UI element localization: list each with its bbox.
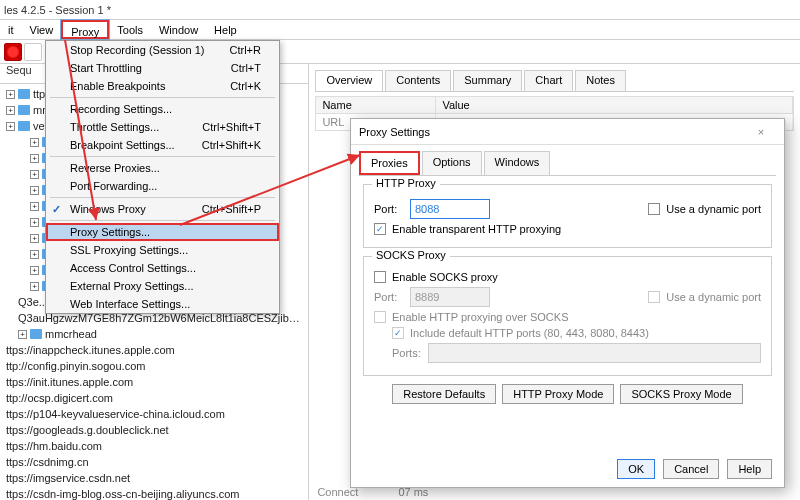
proxy-menu-dropdown[interactable]: Stop Recording (Session 1)Ctrl+RStart Th…	[45, 40, 280, 314]
overview-tab[interactable]: Chart	[524, 70, 573, 91]
menu-item[interactable]: Recording Settings...	[46, 100, 279, 118]
socks-legend: SOCKS Proxy	[372, 249, 450, 261]
tree-url[interactable]: ttps://p104-keyvalueservice-china.icloud…	[2, 406, 306, 422]
tab-sequence[interactable]: Sequ	[6, 64, 32, 76]
socks-port-input	[410, 287, 490, 307]
close-icon[interactable]: ×	[746, 126, 776, 138]
tree-url[interactable]: ttps://csdn-img-blog.oss-cn-beijing.aliy…	[2, 486, 306, 500]
socks-dynamic-checkbox	[648, 291, 660, 303]
menu-item[interactable]: Enable BreakpointsCtrl+K	[46, 77, 279, 95]
http-proxy-legend: HTTP Proxy	[372, 177, 440, 189]
socks-enable-label: Enable SOCKS proxy	[392, 271, 498, 283]
menu-item[interactable]: Port Forwarding...	[46, 177, 279, 195]
menu-item[interactable]: Start ThrottlingCtrl+T	[46, 59, 279, 77]
mode-button[interactable]: Restore Defaults	[392, 384, 496, 404]
menu-item[interactable]: Web Interface Settings...	[46, 295, 279, 313]
toolbar-button[interactable]	[24, 43, 42, 61]
socks-proxy-group: SOCKS Proxy Enable SOCKS proxy Port: Use…	[363, 256, 772, 376]
http-dynamic-checkbox[interactable]	[648, 203, 660, 215]
socks-dynamic-label: Use a dynamic port	[666, 291, 761, 303]
menu-item[interactable]: Reverse Proxies...	[46, 159, 279, 177]
http-proxy-group: HTTP Proxy Port: Use a dynamic port Enab…	[363, 184, 772, 248]
http-transparent-label: Enable transparent HTTP proxying	[392, 223, 561, 235]
socks-http-over-label: Enable HTTP proxying over SOCKS	[392, 311, 568, 323]
socks-include-checkbox	[392, 327, 404, 339]
tree-url[interactable]: ttp://ocsp.digicert.com	[2, 390, 306, 406]
mode-button[interactable]: HTTP Proxy Mode	[502, 384, 614, 404]
dialog-button-help[interactable]: Help	[727, 459, 772, 479]
record-button[interactable]	[4, 43, 22, 61]
socks-ports-input	[428, 343, 761, 363]
socks-include-label: Include default HTTP ports (80, 443, 808…	[410, 327, 649, 339]
dialog-footer: OKCancelHelp	[617, 459, 772, 479]
http-dynamic-label: Use a dynamic port	[666, 203, 761, 215]
overview-tab[interactable]: Notes	[575, 70, 626, 91]
http-port-label: Port:	[374, 203, 404, 215]
tree-url[interactable]: ttp://config.pinyin.sogou.com	[2, 358, 306, 374]
menu-item[interactable]: Breakpoint Settings...Ctrl+Shift+K	[46, 136, 279, 154]
socks-http-over-checkbox	[374, 311, 386, 323]
menu-window[interactable]: Window	[151, 20, 206, 39]
overview-tab[interactable]: Overview	[315, 70, 383, 91]
menu-it[interactable]: it	[0, 20, 22, 39]
mode-buttons: Restore DefaultsHTTP Proxy ModeSOCKS Pro…	[363, 384, 772, 404]
tree-url[interactable]: ttps://csdnimg.cn	[2, 454, 306, 470]
dialog-tab[interactable]: Windows	[484, 151, 551, 175]
http-transparent-checkbox[interactable]	[374, 223, 386, 235]
dialog-button-cancel[interactable]: Cancel	[663, 459, 719, 479]
col-name: Name	[316, 97, 436, 113]
socks-ports-label: Ports:	[392, 347, 422, 359]
menu-item[interactable]: Access Control Settings...	[46, 259, 279, 277]
menu-item[interactable]: SSL Proxying Settings...	[46, 241, 279, 259]
menubar: it View Proxy Tools Window Help	[0, 20, 800, 40]
tree-url[interactable]: ttps://hm.baidu.com	[2, 438, 306, 454]
dialog-title: Proxy Settings	[359, 126, 430, 138]
menu-item[interactable]: ✓Windows ProxyCtrl+Shift+P	[46, 200, 279, 218]
socks-port-label: Port:	[374, 291, 404, 303]
dialog-tabs: ProxiesOptionsWindows	[359, 151, 776, 176]
overview-tab[interactable]: Summary	[453, 70, 522, 91]
http-port-input[interactable]	[410, 199, 490, 219]
socks-enable-checkbox[interactable]	[374, 271, 386, 283]
dialog-tab[interactable]: Options	[422, 151, 482, 175]
menu-view[interactable]: View	[22, 20, 62, 39]
menu-tools[interactable]: Tools	[109, 20, 151, 39]
tree-url[interactable]: ttps://inappcheck.itunes.apple.com	[2, 342, 306, 358]
proxy-settings-dialog: Proxy Settings × ProxiesOptionsWindows H…	[350, 118, 785, 488]
menu-item[interactable]: External Proxy Settings...	[46, 277, 279, 295]
tree-url[interactable]: ttps://googleads.g.doubleclick.net	[2, 422, 306, 438]
menu-item[interactable]: Stop Recording (Session 1)Ctrl+R	[46, 41, 279, 59]
menu-proxy[interactable]: Proxy	[61, 20, 109, 39]
menu-item[interactable]: Throttle Settings...Ctrl+Shift+T	[46, 118, 279, 136]
overview-tabs: OverviewContentsSummaryChartNotes	[315, 70, 794, 92]
col-value: Value	[436, 97, 793, 113]
tree-url[interactable]: ttps://init.itunes.apple.com	[2, 374, 306, 390]
menu-help[interactable]: Help	[206, 20, 245, 39]
mode-button[interactable]: SOCKS Proxy Mode	[620, 384, 742, 404]
window-title: les 4.2.5 - Session 1 *	[0, 0, 800, 20]
tree-row[interactable]: +mmcrhead	[2, 326, 306, 342]
dialog-button-ok[interactable]: OK	[617, 459, 655, 479]
tree-url[interactable]: ttps://imgservice.csdn.net	[2, 470, 306, 486]
dialog-tab[interactable]: Proxies	[359, 151, 420, 175]
overview-tab[interactable]: Contents	[385, 70, 451, 91]
menu-item[interactable]: Proxy Settings...	[46, 223, 279, 241]
